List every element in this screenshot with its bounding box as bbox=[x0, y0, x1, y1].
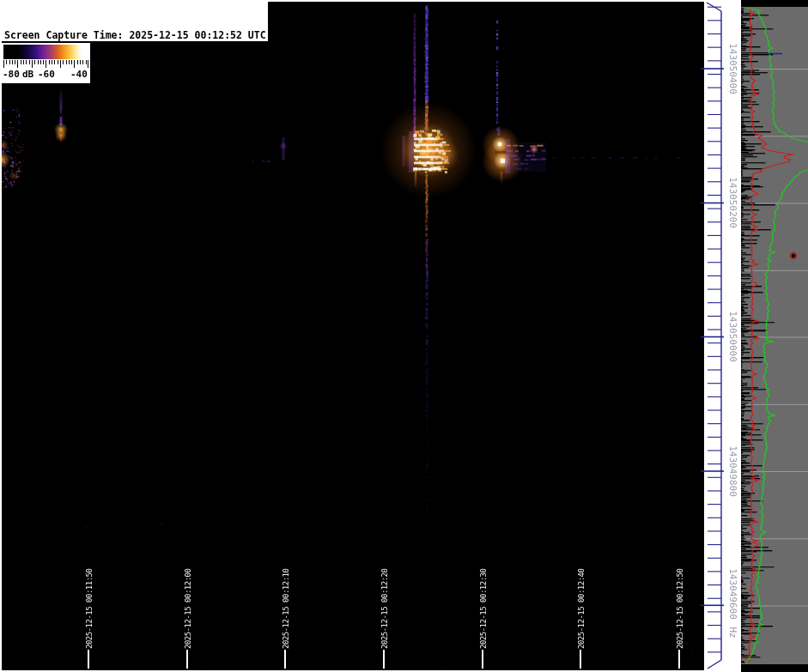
axis-bottom-cap bbox=[708, 660, 721, 669]
db-color-scale: -80dB-60-40 bbox=[2, 43, 90, 83]
color-gradient-bar bbox=[3, 45, 88, 59]
capture-time-text: Screen Capture Time: 2025-12-15 00:12:52… bbox=[4, 29, 268, 42]
spectrogram-capture-viewer: Screen Capture Time: 2025-12-15 00:12:52… bbox=[0, 0, 808, 672]
axis-top-cap bbox=[707, 3, 721, 11]
freq-label: Hz bbox=[727, 627, 738, 638]
capture-info-box: Screen Capture Time: 2025-12-15 00:12:52… bbox=[2, 2, 268, 41]
freq-label: 143050000 bbox=[727, 311, 738, 362]
color-scale-major-ticks bbox=[3, 60, 88, 68]
db-tick-label: dB bbox=[22, 69, 33, 80]
db-tick-label: -60 bbox=[38, 69, 55, 80]
freq-label: 143049600 bbox=[727, 568, 738, 620]
config-text: Config = V8 bbox=[4, 107, 268, 120]
freq-label: 143050200 bbox=[727, 177, 738, 228]
freq-label: 143049800 bbox=[727, 445, 738, 497]
db-tick-label: -80 bbox=[3, 69, 20, 80]
freq-label: 143050400 bbox=[727, 43, 738, 94]
spectrum-side-panel bbox=[741, 0, 808, 672]
db-tick-label: -40 bbox=[70, 69, 88, 80]
